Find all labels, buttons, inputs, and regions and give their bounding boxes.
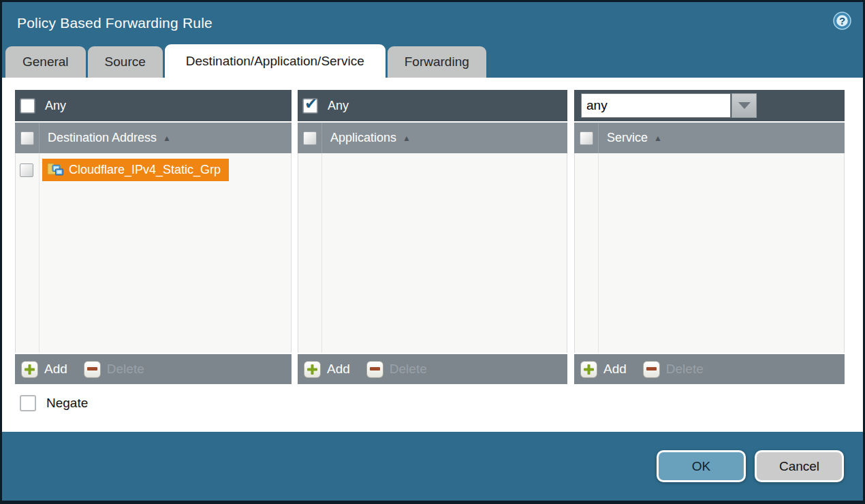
minus-icon — [84, 361, 101, 378]
service-select-all-checkbox[interactable] — [580, 131, 593, 145]
service-mode-dropdown: any — [581, 93, 757, 118]
minus-icon — [366, 361, 383, 378]
service-dropdown-value[interactable]: any — [581, 93, 731, 118]
destination-select-all-checkbox[interactable] — [20, 131, 34, 145]
help-icon[interactable]: ? — [832, 11, 852, 31]
sort-ascending-icon: ▲ — [403, 134, 411, 142]
dialog-titlebar: Policy Based Forwarding Rule ? — [2, 2, 863, 44]
cancel-button[interactable]: Cancel — [755, 450, 844, 482]
service-footer: Add Delete — [574, 353, 845, 384]
sort-ascending-icon: ▲ — [654, 134, 662, 142]
destination-item-label: Cloudflare_IPv4_Static_Grp — [69, 163, 221, 177]
destination-address-panel: Any Destination Address ▲ — [15, 90, 292, 384]
dialog-title: Policy Based Forwarding Rule — [17, 15, 213, 31]
destination-add-button[interactable]: Add — [21, 361, 67, 378]
service-delete-button[interactable]: Delete — [643, 361, 704, 378]
service-add-button[interactable]: Add — [580, 361, 627, 378]
address-group-icon — [46, 161, 64, 180]
applications-column-header: Applications ▲ — [298, 123, 567, 153]
applications-list — [298, 153, 567, 353]
negate-label: Negate — [46, 396, 88, 411]
destination-footer: Add Delete — [15, 353, 292, 384]
negate-row: Negate — [20, 395, 863, 411]
applications-select-all-checkbox[interactable] — [303, 131, 317, 145]
tab-bar: General Source Destination/Application/S… — [2, 44, 863, 78]
destination-item-checkbox[interactable] — [20, 163, 33, 177]
plus-icon — [304, 361, 321, 378]
pbf-rule-dialog: Policy Based Forwarding Rule ? General S… — [0, 0, 865, 504]
applications-any-bar: Any — [298, 90, 567, 121]
sort-ascending-icon: ▲ — [163, 134, 171, 142]
svg-text:?: ? — [839, 15, 845, 27]
plus-icon — [580, 361, 597, 378]
applications-any-label: Any — [328, 99, 349, 113]
applications-add-button[interactable]: Add — [304, 361, 350, 378]
applications-header-label[interactable]: Applications ▲ — [330, 131, 411, 145]
tab-source[interactable]: Source — [88, 46, 163, 78]
destination-list: Cloudflare_IPv4_Static_Grp — [15, 153, 292, 353]
destination-any-label: Any — [45, 99, 66, 113]
tab-general[interactable]: General — [5, 46, 86, 78]
minus-icon — [643, 361, 660, 378]
applications-panel: Any Applications ▲ Add — [298, 90, 567, 384]
chevron-down-icon — [738, 102, 751, 109]
service-header-label[interactable]: Service ▲ — [607, 131, 662, 145]
service-panel: any Service ▲ — [574, 90, 845, 384]
destination-any-bar: Any — [15, 90, 292, 121]
destination-column-header: Destination Address ▲ — [15, 123, 292, 153]
applications-delete-button[interactable]: Delete — [366, 361, 427, 378]
dropdown-button[interactable] — [732, 93, 757, 118]
dialog-actions: OK Cancel — [2, 432, 863, 501]
negate-checkbox[interactable] — [20, 395, 36, 411]
destination-delete-button[interactable]: Delete — [84, 361, 144, 378]
tab-content: Any Destination Address ▲ — [2, 78, 863, 432]
applications-footer: Add Delete — [298, 353, 567, 384]
destination-item-selected[interactable]: Cloudflare_IPv4_Static_Grp — [42, 159, 229, 181]
tab-forwarding[interactable]: Forwarding — [388, 46, 486, 78]
destination-header-label[interactable]: Destination Address ▲ — [48, 131, 171, 145]
ok-button[interactable]: OK — [657, 450, 746, 482]
service-column-header: Service ▲ — [574, 123, 845, 153]
service-dropdown-bar: any — [574, 90, 845, 121]
applications-any-checkbox[interactable] — [303, 99, 317, 113]
tab-destination-application-service[interactable]: Destination/Application/Service — [165, 44, 386, 78]
service-list — [574, 153, 845, 353]
destination-any-checkbox[interactable] — [20, 99, 35, 113]
list-item: Cloudflare_IPv4_Static_Grp — [16, 153, 291, 181]
plus-icon — [21, 361, 38, 378]
